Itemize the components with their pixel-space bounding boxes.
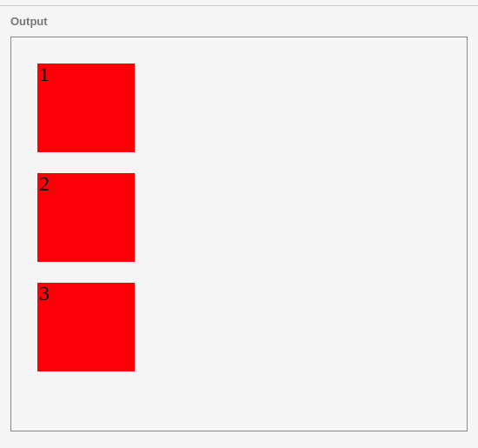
output-box-2: 2 (37, 173, 135, 262)
output-panel: 1 2 3 (10, 37, 468, 431)
output-box-3: 3 (37, 283, 135, 371)
output-header: Output (0, 6, 478, 37)
output-box-1: 1 (37, 64, 135, 152)
